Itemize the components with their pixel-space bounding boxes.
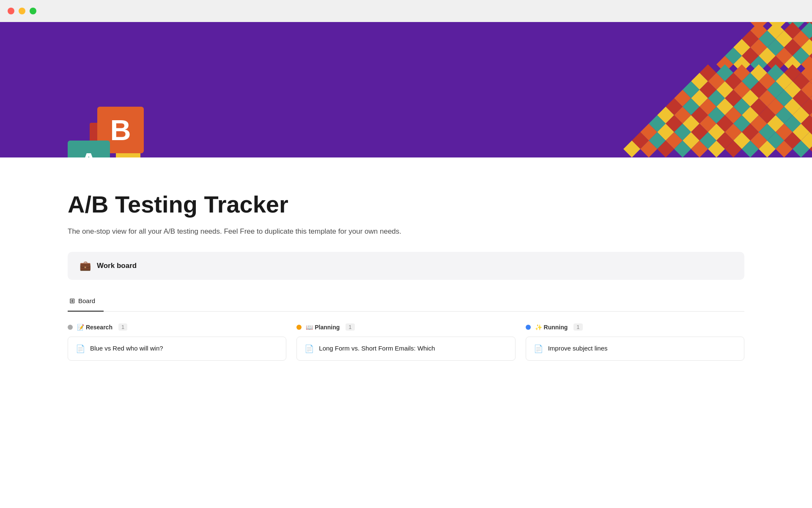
- tab-board[interactable]: ⊞ Board: [68, 292, 104, 312]
- board-columns: 📝 Research 1 📄 Blue vs Red who will win?…: [68, 323, 744, 361]
- running-label: Running: [544, 324, 568, 331]
- close-button[interactable]: [8, 8, 14, 14]
- column-planning-header: 📖 Planning 1: [296, 323, 515, 331]
- column-research-header: 📝 Research 1: [68, 323, 286, 331]
- diamond-mosaic: [623, 22, 812, 157]
- planning-status-dot: [296, 325, 302, 330]
- research-count: 1: [118, 323, 127, 331]
- planning-emoji: 📖: [306, 324, 313, 331]
- card-doc-icon-3: 📄: [534, 344, 543, 353]
- column-planning: 📖 Planning 1 📄 Long Form vs. Short Form …: [296, 323, 515, 361]
- planning-title: 📖 Planning: [306, 324, 340, 331]
- column-research: 📝 Research 1 📄 Blue vs Red who will win?: [68, 323, 286, 361]
- running-status-dot: [526, 325, 531, 330]
- board-tab-icon: ⊞: [69, 297, 75, 305]
- running-emoji: ✨: [535, 324, 542, 331]
- page-title: A/B Testing Tracker: [68, 191, 744, 218]
- card-title-2: Long Form vs. Short Form Emails: Which: [319, 344, 435, 353]
- card-long-form[interactable]: 📄 Long Form vs. Short Form Emails: Which: [296, 337, 515, 361]
- running-count: 1: [573, 323, 582, 331]
- column-running: ✨ Running 1 📄 Improve subject lines: [526, 323, 744, 361]
- minimize-button[interactable]: [19, 8, 25, 14]
- workboard-section[interactable]: 💼 Work board: [68, 252, 744, 280]
- research-status-dot: [68, 325, 73, 330]
- column-running-header: ✨ Running 1: [526, 323, 744, 331]
- mosaic-pattern: // We'll just hardcode a pattern inline …: [516, 22, 812, 157]
- hero-banner: // We'll just hardcode a pattern inline …: [0, 22, 812, 157]
- card-doc-icon-1: 📄: [76, 344, 85, 353]
- planning-label: Planning: [315, 324, 340, 331]
- tabs-row: ⊞ Board: [68, 292, 744, 312]
- research-label: Research: [86, 324, 112, 331]
- maximize-button[interactable]: [30, 8, 36, 14]
- card-title-3: Improve subject lines: [548, 344, 608, 353]
- page-subtitle: The one-stop view for all your A/B testi…: [68, 226, 744, 237]
- running-title: ✨ Running: [535, 324, 568, 331]
- card-blue-vs-red[interactable]: 📄 Blue vs Red who will win?: [68, 337, 286, 361]
- card-doc-icon-2: 📄: [304, 344, 314, 353]
- titlebar: [0, 0, 812, 22]
- card-improve-subject[interactable]: 📄 Improve subject lines: [526, 337, 744, 361]
- card-title-1: Blue vs Red who will win?: [90, 344, 163, 353]
- tab-board-label: Board: [78, 297, 95, 304]
- research-emoji: 📝: [77, 324, 84, 331]
- page-content: A/B Testing Tracker The one-stop view fo…: [0, 157, 812, 386]
- logo-container: B A: [68, 107, 144, 157]
- planning-count: 1: [346, 323, 354, 331]
- research-title: 📝 Research: [77, 324, 112, 331]
- logo-a-block: A: [68, 141, 110, 157]
- workboard-label: Work board: [97, 262, 137, 270]
- workboard-icon: 💼: [80, 260, 91, 271]
